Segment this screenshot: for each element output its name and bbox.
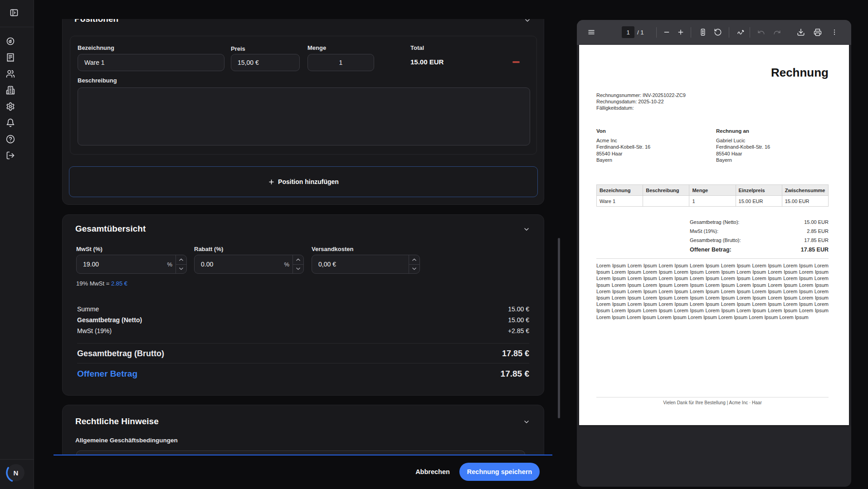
positionen-collapse-chevron-icon[interactable] [524,19,531,24]
toolbar-separator [729,27,729,38]
invoices-receipt-icon[interactable] [6,53,15,62]
summary-row-summe: Summe 15.00 € [77,305,529,313]
gesamtuebersicht-collapse-chevron-icon[interactable] [523,226,530,233]
invoice-title: Rechnung [771,66,829,80]
plus-icon [268,179,275,185]
totals-row-offener-betrag: Offener Betrag: 17.85 EUR [596,247,829,253]
from-label: Von [596,128,650,135]
pdf-page-count: / 1 [637,29,644,36]
summary-row-brutto: Gesamtbetrag (Brutto) 17.85 € [77,349,529,358]
form-bottom-divider [54,455,552,455]
document-divider [596,258,829,259]
cell-menge: 1 [689,196,736,207]
rabatt-stepper-up[interactable] [293,255,303,265]
positionen-card: Positionen Bezeichnung Preis Menge Total [62,19,544,205]
bezeichnung-input[interactable] [78,54,224,71]
annotate-pen-icon[interactable] [735,27,746,38]
cancel-button[interactable]: Abbrechen [407,463,458,481]
company-building-icon[interactable] [6,86,15,95]
preis-input[interactable] [231,54,300,71]
invoice-number: Rechnungsnummer: INV-20251022-ZC9 [596,92,686,98]
mwst-stepper-down[interactable] [176,265,186,274]
rotate-icon[interactable] [712,27,723,38]
save-invoice-button[interactable]: Rechnung speichern [459,463,540,481]
invoice-form-scroll-area[interactable]: Positionen Bezeichnung Preis Menge Total [34,19,556,455]
offener-betrag-label: Offener Betrag [77,369,137,379]
more-options-icon[interactable] [829,27,840,38]
table-row: Ware 1 1 15.00 EUR 15.00 EUR [597,196,829,207]
invoice-items-table: Bezeichnung Beschreibung Menge Einzelpre… [596,184,829,207]
avatar[interactable]: N [7,464,24,481]
position-total-value: 15.00 EUR [410,58,444,66]
versandkosten-stepper-up[interactable] [409,255,419,265]
invoice-from-block: Von Acme Inc Ferdinand-Kobell-Str. 16 85… [596,128,650,164]
versandkosten-label: Versandkosten [312,246,354,252]
rabatt-input[interactable] [194,255,304,274]
preis-label: Preis [231,45,245,52]
invoice-footer-note: Vielen Dank für Ihre Bestellung | Acme I… [596,400,829,405]
sidebar-toggle-icon[interactable] [10,8,19,17]
summary-label: MwSt (19%) [77,327,112,334]
customers-users-icon[interactable] [6,69,15,78]
settings-gear-icon[interactable] [6,102,15,111]
menge-input[interactable] [307,54,374,71]
from-line: Acme Inc [596,137,650,144]
print-icon[interactable] [812,27,823,38]
total-label: Total [410,44,424,51]
rechtliche-hinweise-card: Rechtliche Hinweise Allgemeine Geschäfts… [62,405,544,455]
sidebar-divider-bottom [0,459,34,460]
from-line: Ferdinand-Kobell-Str. 16 [596,144,650,150]
rabatt-stepper [293,255,303,273]
form-scrollbar-thumb[interactable] [558,238,560,418]
positionen-title: Positionen [74,19,118,24]
totals-label: MwSt (19%): [690,228,807,234]
col-menge: Menge [689,185,736,196]
summary-row-offen: Offener Betrag 17.85 € [77,369,529,379]
help-circle-icon[interactable] [6,135,15,144]
add-position-button[interactable]: Position hinzufügen [69,166,538,197]
invoice-meta: Rechnungsnummer: INV-20251022-ZC9 Rechnu… [596,92,686,111]
rabatt-stepper-down[interactable] [293,265,303,274]
summary-value: 15.00 € [508,305,529,313]
page-separator: / [637,29,639,36]
brutto-label: Gesamtbetrag (Brutto) [77,349,164,358]
toolbar-separator [656,27,657,38]
bezeichnung-label: Bezeichnung [78,44,114,51]
rechtliche-hinweise-title: Rechtliche Hinweise [75,416,159,426]
fit-to-page-icon[interactable] [697,27,708,38]
to-label: Rechnung an [716,128,770,135]
undo-icon [756,27,766,38]
position-item: Bezeichnung Preis Menge Total 15.00 EUR … [70,36,537,155]
notifications-bell-icon[interactable] [6,118,15,127]
versandkosten-stepper-down[interactable] [409,265,419,274]
from-line: 85540 Haar [596,150,650,157]
dashboard-compass-icon[interactable] [6,37,15,46]
agb-label: Allgemeine Geschäftsbedingungen [75,437,178,444]
beschreibung-textarea[interactable] [78,87,530,145]
to-line: Ferdinand-Kobell-Str. 16 [716,144,770,150]
totals-value: 15.00 EUR [804,219,829,225]
brutto-value: 17.85 € [502,349,529,358]
zoom-out-icon[interactable] [661,27,672,38]
zoom-in-icon[interactable] [675,27,686,38]
totals-value: 2.85 EUR [807,228,829,234]
mwst-stepper-up[interactable] [176,255,186,265]
remove-position-icon[interactable] [512,61,520,63]
app-root: N Positionen Bezeichnung Preis Menge Tot… [0,0,868,489]
toolbar-separator [691,27,691,38]
pdf-menu-icon[interactable] [586,27,597,38]
versandkosten-input[interactable] [312,255,420,274]
pdf-page-number-input[interactable]: 1 [622,26,634,38]
logout-icon[interactable] [6,151,15,160]
rechtliche-hinweise-collapse-chevron-icon[interactable] [523,418,530,426]
mwst-label: MwSt (%) [76,246,102,252]
mwst-input[interactable] [76,255,187,274]
totals-row-netto: Gesamtbetrag (Netto): 15.00 EUR [596,219,829,225]
summary-row-netto: Gesamtbetrag (Netto) 15.00 € [77,316,529,324]
download-icon[interactable] [795,27,806,38]
invoice-to-block: Rechnung an Gabriel Lucic Ferdinand-Kobe… [716,128,770,164]
summary-divider [77,343,529,344]
summary-row-mwst: MwSt (19%) +2.85 € [77,327,529,334]
cell-bezeichnung: Ware 1 [597,196,643,207]
cell-zwischensumme: 15.00 EUR [782,196,828,207]
